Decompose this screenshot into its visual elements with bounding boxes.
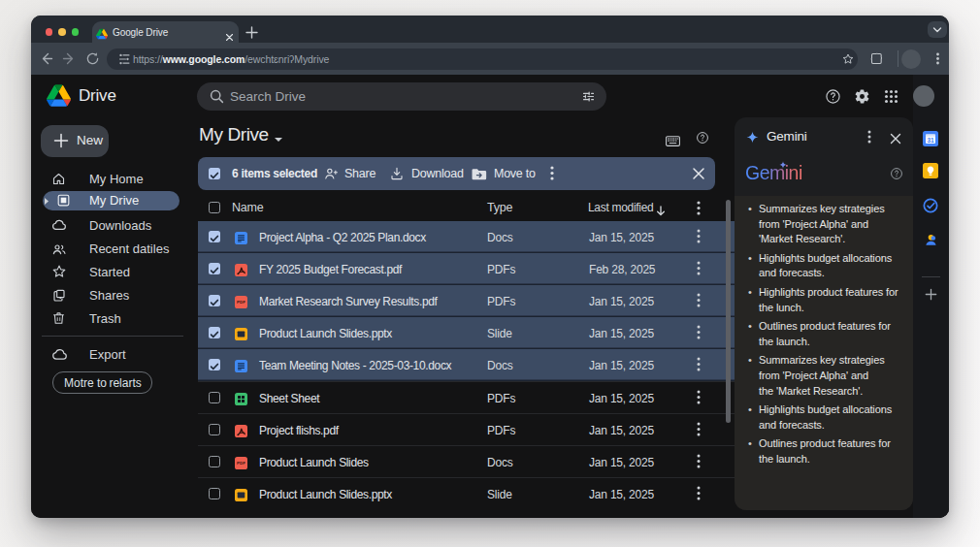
svg-text:31: 31: [927, 137, 934, 144]
svg-text:PDF: PDF: [237, 300, 245, 305]
svg-text:PDF: PDF: [237, 461, 245, 466]
